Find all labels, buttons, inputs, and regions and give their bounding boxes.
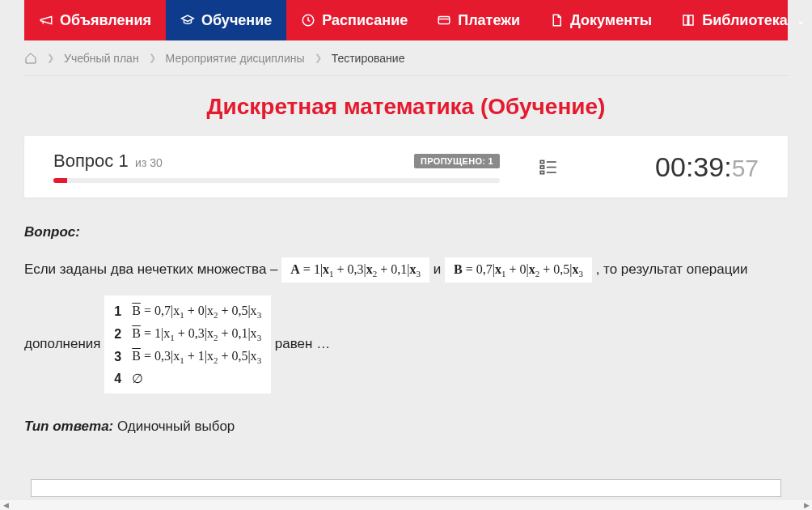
question-text: , то результат операции (596, 261, 748, 277)
clock-icon (301, 13, 315, 28)
question-status-card: Вопрос 1 из 30 ПРОПУЩЕНО: 1 00:39:57 (24, 136, 788, 198)
chevron-down-icon: ⌄ (797, 15, 806, 27)
nav-label: Обучение (201, 12, 272, 29)
page-title: Дискретная математика (Обучение) (0, 94, 812, 120)
answer-options-image: 1B = 0,7|x1 + 0|x2 + 0,5|x3 2B = 1|x1 + … (104, 295, 271, 393)
progress-fill (53, 178, 67, 183)
skipped-badge: ПРОПУЩЕНО: 1 (414, 154, 500, 168)
nav-payments[interactable]: Платежи (422, 0, 535, 40)
question-text: и (433, 261, 442, 277)
formula-b: B = 0,7|x1 + 0|x2 + 0,5|x3 (445, 257, 592, 283)
graduation-cap-icon (180, 13, 195, 28)
answer-panel (31, 479, 781, 497)
svg-rect-1 (438, 17, 450, 24)
breadcrumb-current: Тестирование (332, 52, 405, 65)
answer-type-value: Одиночный выбор (113, 419, 235, 434)
book-icon (681, 13, 696, 28)
chevron-right-icon: ❯ (315, 53, 322, 63)
horizontal-scrollbar[interactable]: ◀ ▶ (0, 499, 812, 510)
nav-label: Объявления (60, 12, 151, 29)
nav-label: Библиотека (702, 12, 788, 29)
scroll-left-button[interactable]: ◀ (0, 499, 11, 511)
progress-bar (53, 178, 500, 183)
svg-rect-2 (540, 160, 543, 163)
home-icon[interactable] (24, 52, 37, 65)
question-list-button[interactable] (500, 156, 597, 177)
nav-label: Расписание (322, 12, 408, 29)
nav-label: Документы (570, 12, 652, 29)
breadcrumb-link[interactable]: Мероприятие дисциплины (166, 52, 305, 65)
breadcrumb-link[interactable]: Учебный план (64, 52, 139, 65)
top-nav: Объявления Обучение Расписание Платежи Д… (24, 0, 788, 40)
nav-education[interactable]: Обучение (166, 0, 286, 40)
nav-documents[interactable]: Документы (535, 0, 666, 40)
document-icon (549, 13, 564, 28)
question-heading: Вопрос: (24, 222, 788, 243)
question-text: равен … (275, 336, 330, 351)
megaphone-icon (39, 13, 53, 28)
question-number: Вопрос 1 (53, 151, 129, 171)
nav-announcements[interactable]: Объявления (24, 0, 166, 40)
formula-a: A = 1|x1 + 0,3|x2 + 0,1|x3 (281, 257, 429, 283)
answer-type-label: Тип ответа: (24, 419, 113, 434)
question-text: дополнения (24, 336, 101, 351)
card-icon (437, 13, 451, 28)
timer-minutes: 00:39: (655, 151, 732, 182)
question-content: Вопрос: Если заданы два нечетких множест… (24, 222, 788, 437)
svg-rect-3 (540, 166, 543, 168)
chevron-right-icon: ❯ (47, 53, 54, 63)
timer: 00:39:57 (597, 151, 759, 183)
nav-schedule[interactable]: Расписание (286, 0, 422, 40)
nav-library[interactable]: Библиотека ⌄ (666, 0, 812, 40)
scroll-right-button[interactable]: ▶ (801, 499, 812, 511)
chevron-right-icon: ❯ (149, 53, 156, 63)
timer-seconds: 57 (732, 155, 759, 181)
question-text: Если заданы два нечетких множества – (24, 261, 281, 277)
nav-label: Платежи (458, 12, 520, 29)
breadcrumb: ❯ Учебный план ❯ Мероприятие дисциплины … (24, 40, 788, 76)
question-total: из 30 (135, 156, 163, 169)
svg-rect-4 (540, 171, 543, 173)
